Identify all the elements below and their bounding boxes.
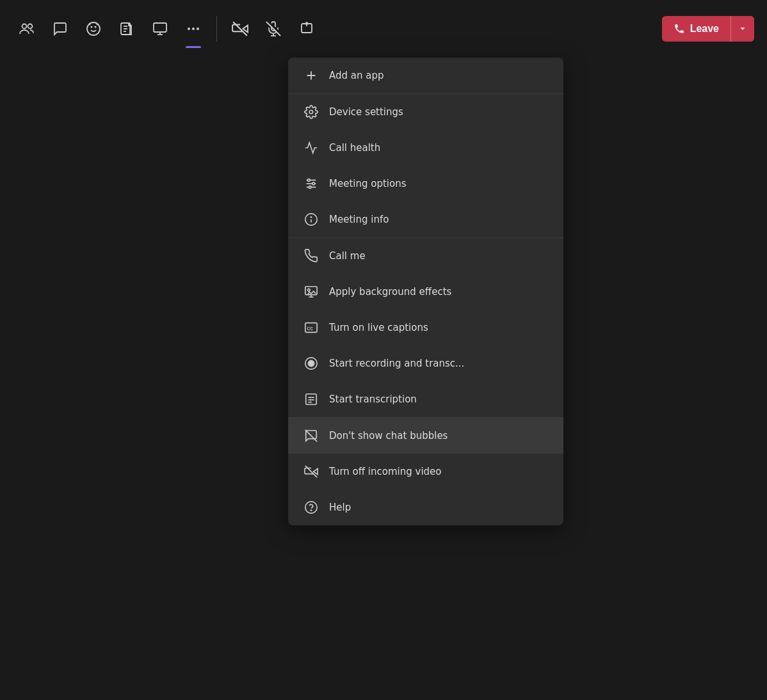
menu-item-help-label: Help: [329, 502, 351, 513]
more-menu: Add an app Device settings Call health: [288, 58, 563, 525]
menu-item-add-app-label: Add an app: [329, 70, 384, 81]
menu-item-live-captions[interactable]: CC Turn on live captions: [288, 310, 563, 346]
leave-button[interactable]: Leave: [662, 17, 731, 41]
background-icon: [303, 284, 319, 299]
menu-item-no-chat-bubbles-label: Don't show chat bubbles: [329, 430, 448, 441]
svg-point-28: [312, 182, 315, 185]
menu-item-call-me-label: Call me: [329, 250, 366, 262]
mic-off-button[interactable]: [259, 15, 287, 43]
svg-point-23: [309, 110, 313, 114]
svg-point-34: [308, 289, 311, 291]
transcript-icon: [303, 392, 319, 407]
notes-button[interactable]: [113, 15, 141, 43]
svg-point-12: [188, 28, 190, 30]
svg-point-46: [305, 502, 317, 513]
svg-rect-9: [154, 23, 166, 32]
phone-icon: [303, 248, 319, 264]
info-icon: [303, 212, 319, 227]
menu-item-background-effects-label: Apply background effects: [329, 286, 451, 298]
menu-item-device-settings[interactable]: Device settings: [288, 94, 563, 130]
svg-marker-15: [243, 26, 248, 33]
menu-item-call-health-label: Call health: [329, 142, 380, 154]
menu-item-meeting-info[interactable]: Meeting info: [288, 202, 563, 237]
menu-item-start-transcription-label: Start transcription: [329, 394, 417, 405]
share-tray-button[interactable]: [146, 15, 174, 43]
help-icon: [303, 500, 319, 515]
toolbar: Leave: [0, 0, 767, 58]
menu-item-device-settings-label: Device settings: [329, 106, 403, 118]
plus-icon: [303, 68, 319, 83]
leave-button-group: Leave: [662, 16, 754, 42]
svg-point-27: [308, 179, 311, 182]
menu-section-3: Call me Apply background effects CC Tur: [288, 238, 563, 418]
menu-item-background-effects[interactable]: Apply background effects: [288, 274, 563, 310]
video-off-icon: [303, 464, 319, 479]
menu-item-start-recording[interactable]: Start recording and transc...: [288, 346, 563, 381]
svg-point-29: [309, 186, 311, 189]
menu-section-2: Device settings Call health: [288, 94, 563, 238]
menu-item-turn-off-video-label: Turn off incoming video: [329, 466, 442, 477]
menu-section-1: Add an app: [288, 58, 563, 94]
menu-item-start-recording-label: Start recording and transc...: [329, 358, 464, 369]
menu-item-meeting-options[interactable]: Meeting options: [288, 166, 563, 202]
menu-item-meeting-info-label: Meeting info: [329, 214, 389, 225]
menu-item-call-me[interactable]: Call me: [288, 238, 563, 274]
svg-point-38: [308, 360, 314, 366]
captions-icon: CC: [303, 320, 319, 335]
svg-marker-44: [314, 468, 318, 474]
menu-item-turn-off-video[interactable]: Turn off incoming video: [288, 454, 563, 489]
chat-button[interactable]: [46, 15, 74, 43]
svg-text:CC: CC: [307, 326, 314, 331]
menu-item-meeting-options-label: Meeting options: [329, 178, 407, 189]
menu-item-add-app[interactable]: Add an app: [288, 58, 563, 93]
svg-rect-39: [306, 394, 317, 405]
svg-point-14: [197, 28, 199, 30]
gear-icon: [303, 104, 319, 120]
people-button[interactable]: [13, 15, 41, 43]
record-icon: [303, 356, 319, 371]
menu-section-4: Don't show chat bubbles Turn off incomin…: [288, 418, 563, 525]
menu-item-live-captions-label: Turn on live captions: [329, 322, 428, 333]
svg-line-16: [233, 22, 247, 36]
leave-chevron-button[interactable]: [731, 16, 754, 42]
leave-label: Leave: [690, 23, 719, 35]
svg-line-45: [305, 466, 317, 477]
no-chat-icon: [303, 428, 319, 443]
svg-point-0: [22, 24, 27, 29]
sliders-icon: [303, 176, 319, 191]
menu-item-no-chat-bubbles[interactable]: Don't show chat bubbles: [288, 418, 563, 454]
reactions-button[interactable]: [79, 15, 108, 43]
share-button[interactable]: [293, 15, 321, 43]
camera-off-button[interactable]: [226, 15, 254, 43]
menu-item-help[interactable]: Help: [288, 489, 563, 525]
more-button[interactable]: [179, 15, 207, 43]
toolbar-separator: [216, 16, 217, 42]
svg-point-1: [28, 24, 33, 29]
menu-item-call-health[interactable]: Call health: [288, 130, 563, 166]
svg-point-13: [192, 28, 195, 30]
menu-item-start-transcription[interactable]: Start transcription: [288, 381, 563, 417]
pulse-icon: [303, 140, 319, 155]
